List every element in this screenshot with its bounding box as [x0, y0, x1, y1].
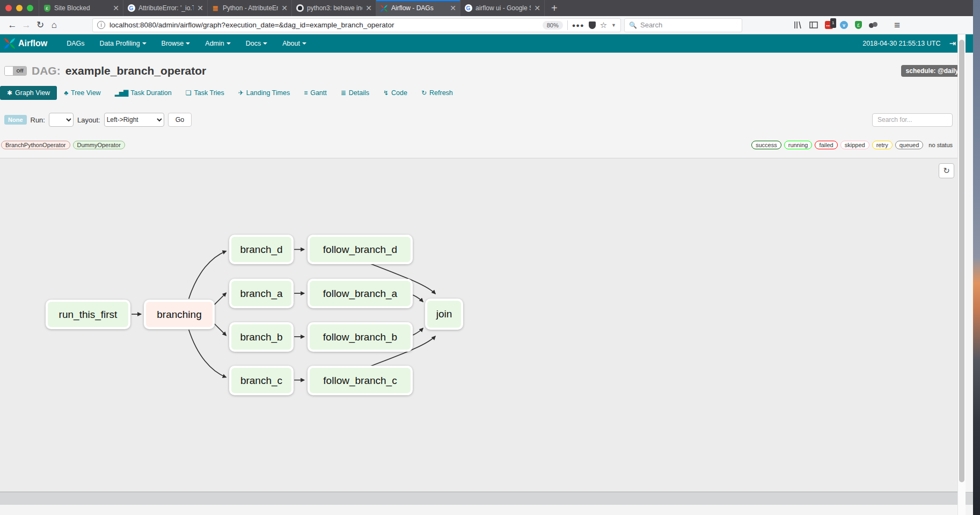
- nav-item-label: DAGs: [67, 40, 84, 47]
- node-follow_branch_b[interactable]: follow_branch_b: [308, 322, 413, 352]
- tab-tree-view[interactable]: ♣Tree View: [57, 86, 107, 100]
- home-icon[interactable]: ⌂: [47, 20, 61, 31]
- node-join[interactable]: join: [425, 299, 463, 330]
- google-icon: G: [127, 4, 135, 12]
- tab-gantt[interactable]: ≡Gantt: [297, 86, 334, 100]
- nav-item-data-profiling[interactable]: Data Profiling: [92, 34, 154, 53]
- tab-close-icon[interactable]: ✕: [197, 4, 203, 12]
- airflow-brand[interactable]: Airflow: [3, 37, 47, 50]
- view-tab-label: Landing Times: [246, 89, 290, 97]
- view-tabs: ✱Graph View♣Tree View▂▅▇Task Duration❏Ta…: [0, 77, 973, 100]
- urlbar-dropdown-icon[interactable]: ▼: [611, 23, 616, 28]
- node-branch_b[interactable]: branch_b: [229, 322, 294, 352]
- edge-branching-to-branch_d: [189, 251, 226, 299]
- node-follow_branch_c[interactable]: follow_branch_c: [308, 366, 413, 395]
- tab-close-icon[interactable]: ✕: [534, 4, 540, 12]
- extension-red-icon[interactable]: •••1: [825, 21, 833, 29]
- dag-pause-toggle[interactable]: Off: [4, 66, 27, 76]
- bottom-band: [0, 492, 973, 505]
- library-icon[interactable]: [794, 21, 802, 29]
- traffic-lights: [0, 0, 39, 16]
- task-search-input[interactable]: [872, 113, 953, 127]
- dag-prefix-label: DAG:: [32, 64, 61, 77]
- url-bar[interactable]: i localhost:8080/admin/airflow/graph?exe…: [92, 18, 621, 32]
- logout-icon[interactable]: ⇥: [949, 39, 956, 48]
- tab-close-icon[interactable]: ✕: [281, 4, 288, 12]
- scrollbar-thumb[interactable]: [959, 40, 964, 482]
- node-branching[interactable]: branching: [144, 300, 215, 329]
- nav-item-label: Browse: [162, 40, 184, 47]
- pocket-icon[interactable]: [589, 21, 596, 29]
- tab-code[interactable]: ↯Code: [376, 86, 414, 100]
- bookmark-star-icon[interactable]: ☆: [600, 20, 607, 30]
- tab-title: python3: behave incorrectly mo: [307, 4, 362, 12]
- extension-shield-icon[interactable]: £: [855, 21, 862, 29]
- browser-tab[interactable]: GAttributeError: '_io.TextIOWrapp✕: [123, 0, 207, 16]
- reload-icon[interactable]: ↻: [33, 19, 47, 31]
- tab-title: Python - AttributeError: '_io.Te: [223, 4, 278, 12]
- tab-task-tries[interactable]: ❏Task Tries: [179, 86, 231, 100]
- nav-item-admin[interactable]: Admin: [198, 34, 238, 53]
- extension-dots-icon[interactable]: [869, 22, 877, 28]
- vertical-scrollbar[interactable]: [957, 34, 966, 515]
- node-branch_d[interactable]: branch_d: [229, 235, 294, 264]
- sidebar-icon[interactable]: [809, 21, 818, 28]
- legend-retry: retry: [872, 141, 893, 149]
- menu-hamburger-icon[interactable]: ≡: [894, 19, 900, 31]
- extension-blue-icon[interactable]: v: [840, 21, 848, 29]
- search-bar[interactable]: 🔍: [624, 18, 742, 32]
- new-tab-button[interactable]: +: [544, 0, 564, 16]
- edge-branching-to-branch_a: [214, 293, 226, 305]
- browser-tab[interactable]: python3: behave incorrectly mo✕: [291, 0, 376, 16]
- node-branch_c[interactable]: branch_c: [229, 366, 294, 395]
- tab-refresh[interactable]: ↻Refresh: [414, 86, 460, 100]
- node-follow_branch_a[interactable]: follow_branch_a: [308, 279, 413, 308]
- tab-close-icon[interactable]: ✕: [450, 4, 456, 12]
- run-select[interactable]: [49, 113, 74, 127]
- airflow-navbar: Airflow DAGsData ProfilingBrowseAdminDoc…: [0, 34, 973, 53]
- nav-item-docs[interactable]: Docs: [238, 34, 275, 53]
- browser-tab[interactable]: ≣Python - AttributeError: '_io.Te✕: [207, 0, 291, 16]
- back-icon[interactable]: ←: [5, 20, 19, 31]
- edge-follow_branch_a-to-join: [413, 295, 423, 302]
- schedule-badge: schedule: @daily: [901, 65, 963, 77]
- view-tab-label: Code: [391, 89, 407, 97]
- search-input[interactable]: [640, 21, 721, 29]
- page-actions-icon[interactable]: ●●●: [572, 22, 584, 28]
- forward-icon[interactable]: →: [19, 20, 33, 31]
- minimize-window-button[interactable]: [16, 5, 23, 11]
- airflow-menu: DAGsData ProfilingBrowseAdminDocsAbout: [59, 34, 314, 53]
- nav-item-label: About: [282, 40, 300, 47]
- zoom-window-button[interactable]: [27, 5, 33, 11]
- landing-times-icon: ✈: [238, 89, 244, 97]
- browser-tab[interactable]: £Site Blocked✕: [39, 0, 123, 16]
- tree-view-icon: ♣: [64, 89, 68, 97]
- nav-item-about[interactable]: About: [275, 34, 314, 53]
- legend-running: running: [784, 141, 813, 149]
- close-window-button[interactable]: [5, 5, 12, 11]
- navbar-right: 2018-04-30 21:55:13 UTC ⇥: [862, 39, 956, 48]
- url-text[interactable]: localhost:8080/admin/airflow/graph?execu…: [109, 21, 538, 29]
- legend-queued: queued: [895, 141, 924, 149]
- tab-graph-view[interactable]: ✱Graph View: [0, 86, 57, 100]
- nav-item-dags[interactable]: DAGs: [59, 34, 92, 53]
- tab-task-duration[interactable]: ▂▅▇Task Duration: [108, 86, 179, 100]
- graph-refresh-button[interactable]: ↻: [939, 163, 954, 178]
- tab-landing-times[interactable]: ✈Landing Times: [231, 86, 297, 100]
- browser-tab[interactable]: Gairflow ui - Google Search✕: [460, 0, 544, 16]
- chevron-down-icon: [263, 42, 267, 45]
- browser-tab[interactable]: Airflow - DAGs✕: [376, 0, 460, 16]
- site-info-icon[interactable]: i: [97, 21, 105, 29]
- toolbar-extensions: •••1 v £ ≡: [794, 19, 900, 31]
- node-branch_a[interactable]: branch_a: [229, 279, 294, 308]
- tab-close-icon[interactable]: ✕: [113, 4, 119, 12]
- node-follow_branch_d[interactable]: follow_branch_d: [308, 235, 413, 264]
- nav-item-browse[interactable]: Browse: [154, 34, 198, 53]
- zoom-level-badge[interactable]: 80%: [543, 21, 563, 30]
- node-run_this_first[interactable]: run_this_first: [46, 300, 130, 329]
- tab-details[interactable]: ≣Details: [334, 86, 376, 100]
- layout-select[interactable]: Left->Right: [104, 113, 164, 127]
- tab-close-icon[interactable]: ✕: [365, 4, 372, 12]
- legend-success: success: [751, 141, 781, 149]
- go-button[interactable]: Go: [168, 113, 192, 127]
